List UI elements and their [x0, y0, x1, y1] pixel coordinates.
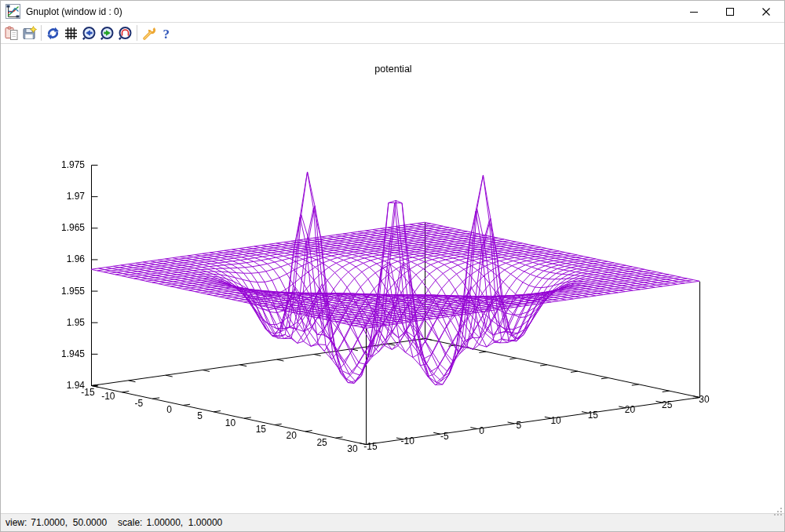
- status-bar: view: 71.0000, 50.0000 scale: 1.00000, 1…: [1, 513, 784, 531]
- scale-label: scale:: [118, 517, 142, 528]
- unzoom-button[interactable]: [116, 24, 134, 42]
- gnuplot-window: potential 1.941.9451.951.9551.961.9651.9…: [0, 0, 785, 532]
- svg-text:?: ?: [163, 26, 170, 41]
- view-label: view:: [5, 517, 27, 528]
- zoom-previous-icon: [82, 26, 97, 41]
- plot-title: potential: [1, 64, 785, 75]
- save-button[interactable]: [20, 24, 38, 42]
- surface-plot-canvas[interactable]: [1, 1, 785, 532]
- options-button[interactable]: [140, 24, 158, 42]
- close-icon: [761, 7, 771, 16]
- help-button[interactable]: ?: [158, 24, 176, 42]
- toolbar-separator: [137, 25, 137, 41]
- zoom-previous-button[interactable]: [80, 24, 98, 42]
- zoom-next-button[interactable]: [98, 24, 116, 42]
- save-icon: [22, 26, 37, 41]
- toolbar-separator: [41, 25, 42, 41]
- view-value: 71.0000, 50.0000: [31, 517, 107, 528]
- title-bar: Gnuplot (window id : 0): [1, 1, 784, 23]
- toggle-grid-button[interactable]: [62, 24, 80, 42]
- close-button[interactable]: [748, 1, 784, 22]
- window-title: Gnuplot (window id : 0): [26, 6, 676, 17]
- resize-grip[interactable]: [757, 495, 783, 530]
- minimize-button[interactable]: [676, 1, 712, 22]
- replot-button[interactable]: [44, 24, 62, 42]
- replot-refresh-icon: [46, 26, 60, 41]
- unzoom-icon: [118, 26, 133, 41]
- copy-to-clipboard-button[interactable]: [2, 24, 20, 42]
- window-controls: [676, 1, 784, 22]
- toolbar: ?: [1, 23, 784, 44]
- zoom-next-icon: [100, 26, 115, 41]
- gnuplot-app-icon: [5, 4, 20, 19]
- wrench-icon: [141, 26, 156, 41]
- copy-icon: [4, 26, 19, 41]
- grid-icon: [64, 26, 78, 41]
- help-icon: ?: [159, 26, 174, 41]
- maximize-button[interactable]: [712, 1, 748, 22]
- maximize-icon: [725, 7, 735, 16]
- minimize-icon: [689, 7, 699, 16]
- scale-value: 1.00000, 1.00000: [146, 517, 222, 528]
